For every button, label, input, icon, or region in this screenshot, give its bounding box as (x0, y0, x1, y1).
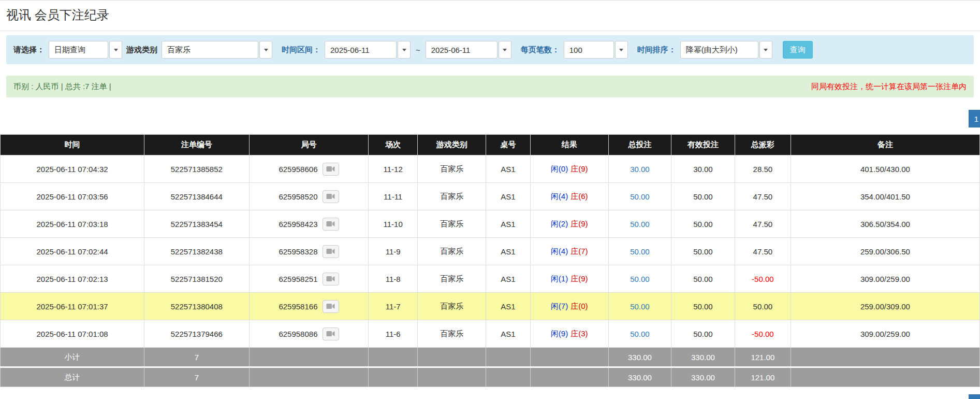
cell-time: 2025-06-11 07:01:37 (1, 293, 144, 320)
video-camera-icon (326, 331, 335, 337)
cell-game-type: 百家乐 (417, 320, 486, 348)
summary-info: 币别 : 人民币 | 总共 :7 注单 | (13, 82, 111, 92)
sort-order-value[interactable]: 降幂(由大到小) (680, 41, 758, 59)
video-replay-button[interactable] (323, 218, 339, 231)
page-size-value[interactable]: 100 (564, 41, 614, 59)
query-type-caret-button[interactable] (109, 41, 122, 59)
cell-payout: 47.50 (735, 210, 791, 238)
game-type-select[interactable]: 百家乐 (162, 41, 272, 59)
chevron-down-icon (619, 49, 623, 51)
cell-bet-id: 522571380408 (144, 293, 249, 320)
summary-total-bet-cell: 330.00 (608, 348, 671, 367)
video-replay-button[interactable] (323, 245, 339, 258)
cell-session: 11-6 (369, 320, 418, 348)
cell-table-no: AS1 (486, 320, 530, 348)
table-row: 2025-06-11 07:03:18 522571383454 6259584… (1, 210, 980, 238)
pagination-bottom: 1 (6, 394, 974, 399)
cell-table-no: AS1 (486, 265, 530, 293)
video-camera-icon (326, 221, 335, 227)
video-camera-icon (326, 276, 335, 282)
date-to-caret-button[interactable] (499, 41, 511, 59)
cell-remark: 259.00/306.50 (791, 238, 979, 265)
cell-payout: 47.50 (735, 183, 791, 210)
cell-remark: 309.00/259.00 (791, 265, 979, 293)
summary-total-bet-cell: 330.00 (608, 367, 671, 387)
cell-valid-bet: 50.00 (671, 320, 735, 348)
cell-valid-bet: 50.00 (671, 183, 735, 210)
cell-payout: 47.50 (735, 238, 791, 265)
date-from-picker[interactable]: 2025-06-11 (325, 41, 411, 59)
cell-result: 闲(2)庄(9) (530, 210, 608, 238)
video-replay-button[interactable] (323, 300, 339, 313)
cell-game-type: 百家乐 (417, 210, 486, 238)
round-id-text: 625958086 (279, 330, 317, 338)
game-type-caret-button[interactable] (259, 41, 272, 59)
cell-valid-bet: 50.00 (671, 265, 735, 293)
cell-table-no: AS1 (486, 238, 530, 265)
cell-session: 11-12 (369, 155, 418, 183)
chevron-down-icon (503, 49, 507, 51)
page-1-button[interactable]: 1 (969, 110, 980, 127)
sort-order-select[interactable]: 降幂(由大到小) (680, 41, 772, 59)
date-to-picker[interactable]: 2025-06-11 (426, 41, 511, 59)
empty-cell (486, 367, 530, 387)
cell-round-id: 625958423 (249, 210, 369, 238)
query-type-label: 请选择： (13, 45, 45, 55)
date-range-label: 时间区间： (282, 45, 320, 55)
column-header: 注单编号 (144, 135, 249, 155)
cell-bet-id: 522571382438 (144, 238, 249, 265)
cell-result: 闲(4)庄(7) (530, 238, 608, 265)
chevron-down-icon (402, 49, 406, 51)
date-from-caret-button[interactable] (398, 41, 411, 59)
result-banker: 庄(7) (571, 247, 588, 255)
round-id-text: 625958166 (279, 302, 317, 311)
cell-bet-id: 522571381520 (144, 265, 249, 293)
empty-cell (791, 348, 979, 367)
cell-valid-bet: 50.00 (671, 293, 735, 320)
cell-round-id: 625958251 (249, 265, 369, 293)
page-1-button-bottom[interactable]: 1 (969, 394, 980, 399)
cell-time: 2025-06-11 07:02:44 (1, 238, 144, 265)
bet-records-table: 时间注单编号局号场次游戏类别桌号结果总投注有效投注总派彩备注 2025-06-1… (0, 134, 980, 387)
result-player: 闲(0) (551, 164, 568, 173)
total-bet-link[interactable]: 50.00 (630, 302, 650, 311)
summary-payout-cell: 121.00 (735, 367, 791, 387)
query-type-value[interactable]: 日期查询 (49, 41, 108, 59)
result-player: 闲(2) (551, 219, 568, 228)
summary-valid-bet-cell: 330.00 (671, 348, 735, 367)
total-bet-link[interactable]: 50.00 (630, 220, 650, 229)
total-bet-link[interactable]: 50.00 (630, 247, 650, 256)
cell-session: 11-10 (369, 210, 418, 238)
summary-note: 同局有效投注，统一计算在该局第一张注单内 (811, 82, 967, 92)
cell-round-id: 625958606 (249, 155, 369, 183)
cell-remark: 401.50/430.00 (791, 155, 979, 183)
date-to-value[interactable]: 2025-06-11 (426, 41, 498, 59)
total-bet-link[interactable]: 30.00 (630, 165, 650, 174)
video-replay-button[interactable] (323, 327, 339, 340)
video-replay-button[interactable] (323, 163, 339, 176)
query-type-select[interactable]: 日期查询 (49, 41, 122, 59)
video-replay-button[interactable] (323, 190, 339, 203)
summary-label-cell: 总计 (1, 367, 144, 387)
cell-game-type: 百家乐 (417, 265, 486, 293)
date-from-value[interactable]: 2025-06-11 (325, 41, 397, 59)
game-type-value[interactable]: 百家乐 (162, 41, 258, 59)
page-size-select[interactable]: 100 (564, 41, 628, 59)
empty-cell (249, 348, 369, 367)
video-replay-button[interactable] (323, 273, 339, 286)
cell-total-bet: 50.00 (608, 183, 671, 210)
result-banker: 庄(9) (571, 274, 588, 283)
total-bet-link[interactable]: 50.00 (630, 192, 650, 201)
empty-cell (530, 348, 608, 367)
total-bet-link[interactable]: 50.00 (630, 330, 650, 338)
round-id-text: 625958520 (279, 192, 317, 201)
search-button[interactable]: 查询 (783, 41, 813, 59)
video-camera-icon (326, 248, 335, 254)
game-type-label: 游戏类别 (126, 45, 157, 55)
cell-valid-bet: 50.00 (671, 238, 735, 265)
cell-bet-id: 522571383454 (144, 210, 249, 238)
sort-order-caret-button[interactable] (759, 41, 772, 59)
summary-count-cell: 7 (144, 367, 249, 387)
page-size-caret-button[interactable] (615, 41, 628, 59)
total-bet-link[interactable]: 50.00 (630, 275, 650, 283)
